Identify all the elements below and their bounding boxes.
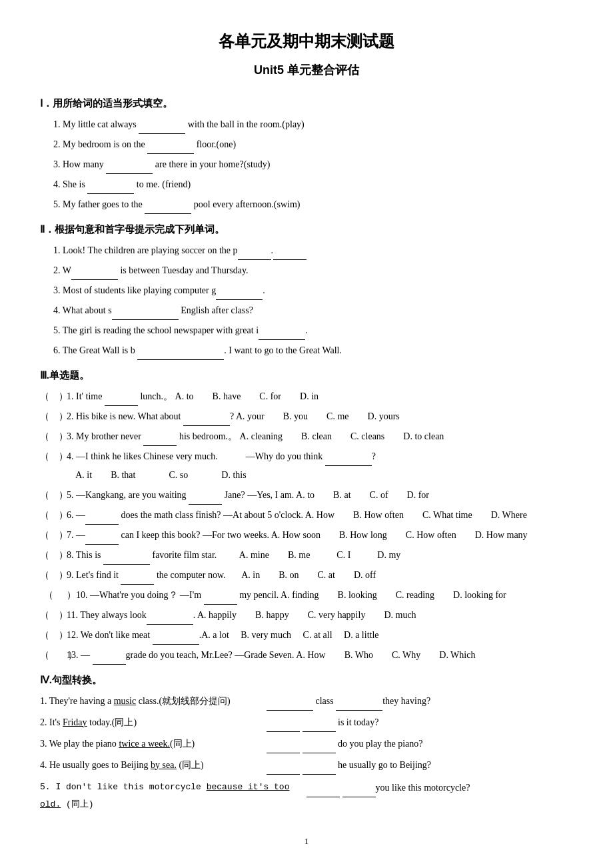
s3-q8-content: 8. This is favorite film star. A. mineB.… [67,546,573,565]
s3-q9-content: 9. Let's find it the computer now. A. in… [67,566,573,585]
s2-q2: 2. W is between Tuesday and Thursday. [53,261,573,280]
s3-q4-content: 4. —I think he likes Chinese very much. … [67,447,573,485]
s4-q5-right: you like this motorcycle? [306,779,573,797]
s3-q12-content: 12. We don't like meat .A. a lot B. very… [67,626,573,645]
s3-q9-row: （ ） 9. Let's find it the computer now. A… [40,566,573,585]
s4-q4-row: 4. He usually goes to Beijing by sea. (同… [40,756,573,775]
s1-q1: 1. My little cat always with the ball in… [53,115,573,134]
s4-q2-left: 2. It's Friday today.(同上) [40,713,267,732]
bracket: （ ） [40,407,67,426]
s3-q11-content: 11. They always look. A. happilyB. happy… [67,606,573,625]
main-title: 各单元及期中期末测试题 [40,27,573,55]
s1-q5: 5. My father goes to the pool every afte… [53,195,573,214]
s1-q4: 4. She is to me. (friend) [53,175,573,194]
section4-title: Ⅳ.句型转换。 [40,671,573,689]
s3-q6-row: （ ） 6. — does the math class finish? —At… [40,506,573,525]
s4-q2-row: 2. It's Friday today.(同上) is it today? [40,713,573,732]
s4-q3-right: do you play the piano? [267,735,573,753]
s2-q6: 6. The Great Wall is b . I want to go to… [53,341,573,360]
s3-q2-content: 2. His bike is new. What about ? A. your… [67,407,573,426]
s2-q4: 4. What about s English after class? [53,301,573,320]
bracket: （ ） [40,387,67,406]
bracket: （ ） [40,526,67,545]
s4-q4-right: he usually go to Beijing? [267,756,573,775]
bracket: （ ） [40,546,67,565]
s3-q1-row: （ ） 1. It' time lunch.。 A. toB. haveC. f… [40,387,573,406]
s2-q3: 3. Most of students like playing compute… [53,281,573,300]
bracket: （ [40,586,67,605]
s4-q1-right: class they having? [267,692,573,711]
bracket: （ ） [40,427,67,446]
s4-q1-left: 1. They're having a music class.(就划线部分提问… [40,692,267,711]
s3-q10-content: ）10. —What're you doing？ —I'm my pencil.… [67,586,573,605]
s4-q5-left: 5. I don't like this motorcycle because … [40,779,306,813]
bracket: （ ） [40,566,67,585]
s1-q3: 3. How many are there in your home?(stud… [53,155,573,174]
bracket: （ ） [40,486,67,505]
s3-q5-content: 5. —Kangkang, are you waiting Jane? —Yes… [67,486,573,505]
s3-q7-row: （ ） 7. — can I keep this book? —For two … [40,526,573,545]
s4-q1-row: 1. They're having a music class.(就划线部分提问… [40,692,573,711]
bracket: （ ） [40,646,67,665]
section2-title: Ⅱ．根据句意和首字母提示完成下列单词。 [40,221,573,239]
bracket: （ ） [40,626,67,645]
s4-q3-left: 3. We play the piano twice a week.(同上) [40,735,267,753]
section3-title: Ⅲ.单选题。 [40,367,573,385]
section1-title: Ⅰ．用所给词的适当形式填空。 [40,95,573,113]
bracket: （ ） [40,606,67,625]
s3-q4-row: （ ） 4. —I think he likes Chinese very mu… [40,447,573,485]
s3-q13-content: 13. — grade do you teach, Mr.Lee? —Grade… [67,646,573,665]
s3-q8-row: （ ） 8. This is favorite film star. A. mi… [40,546,573,565]
s3-q3-row: （ ） 3. My brother never his bedroom.。 A.… [40,427,573,446]
s3-q7-content: 7. — can I keep this book? —For two week… [67,526,573,545]
s3-q12-row: （ ） 12. We don't like meat .A. a lot B. … [40,626,573,645]
s4-q4-left: 4. He usually goes to Beijing by sea. (同… [40,756,267,775]
s3-q6-content: 6. — does the math class finish? —At abo… [67,506,573,525]
s3-q2-row: （ ） 2. His bike is new. What about ? A. … [40,407,573,426]
bracket: （ ） [40,447,67,466]
s4-q3-row: 3. We play the piano twice a week.(同上) d… [40,735,573,753]
s3-q10-row: （ ）10. —What're you doing？ —I'm my penci… [40,586,573,605]
s4-q2-right: is it today? [267,713,573,732]
s3-q3-content: 3. My brother never his bedroom.。 A. cle… [67,427,573,446]
s3-q1-content: 1. It' time lunch.。 A. toB. haveC. forD.… [67,387,573,406]
s3-q13-row: （ ） 13. — grade do you teach, Mr.Lee? —G… [40,646,573,665]
subtitle: Unit5 单元整合评估 [40,59,573,81]
bracket: （ ） [40,506,67,525]
s4-q5-row: 5. I don't like this motorcycle because … [40,779,573,813]
s1-q2: 2. My bedroom is on the floor.(one) [53,135,573,154]
s3-q11-row: （ ） 11. They always look. A. happilyB. h… [40,606,573,625]
page-number: 1 [40,833,573,849]
s2-q5: 5. The girl is reading the school newspa… [53,321,573,340]
s2-q1: 1. Look! The children are playing soccer… [53,241,573,260]
s3-q5-row: （ ） 5. —Kangkang, are you waiting Jane? … [40,486,573,505]
